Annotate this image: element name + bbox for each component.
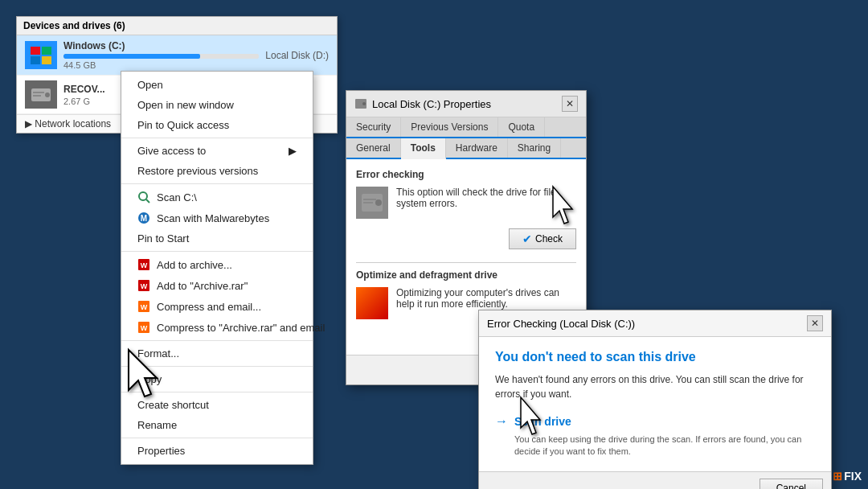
svg-rect-25 bbox=[363, 202, 373, 203]
ctx-give-access[interactable]: Give access to ▶ bbox=[121, 141, 313, 161]
ctx-pin-start[interactable]: Pin to Start bbox=[121, 228, 313, 249]
ctx-copy[interactable]: Copy bbox=[121, 369, 313, 389]
ctx-properties-label: Properties bbox=[137, 445, 185, 457]
tab-general[interactable]: General bbox=[346, 138, 401, 158]
sep6 bbox=[121, 392, 313, 392]
drive-c[interactable]: Windows (C:) 44.5 GB Local Disk (D:) bbox=[17, 35, 337, 76]
svg-rect-1 bbox=[42, 47, 51, 55]
ctx-scan-malware-label: Scan with Malwarebytes bbox=[157, 212, 269, 224]
network-arrow: ▶ bbox=[25, 118, 35, 129]
wm-bracket-left: ⊞ bbox=[833, 470, 842, 483]
ctx-compress-email[interactable]: W Compress and email... bbox=[121, 296, 313, 317]
sep7 bbox=[121, 438, 313, 438]
ctx-properties[interactable]: Properties bbox=[121, 441, 313, 461]
sep5 bbox=[121, 366, 313, 367]
ctx-add-archive[interactable]: W Add to archive... bbox=[121, 254, 313, 275]
scan-drive-label: Scan drive bbox=[514, 415, 571, 428]
tab-security[interactable]: Security bbox=[346, 117, 401, 137]
optimize-desc: Optimizing your computer's drives can he… bbox=[396, 287, 576, 310]
cancel-button[interactable]: Cancel bbox=[760, 479, 823, 489]
scan-drive-subtext: You can keep using the drive during the … bbox=[514, 434, 815, 458]
optimize-title: Optimize and defragment drive bbox=[356, 269, 576, 281]
ctx-open-new[interactable]: Open in new window bbox=[121, 95, 313, 115]
error-check-title: Error checking bbox=[356, 169, 576, 180]
hdd-icon bbox=[30, 85, 52, 105]
svg-rect-7 bbox=[33, 95, 41, 97]
svg-rect-0 bbox=[31, 47, 40, 55]
ctx-rename[interactable]: Rename bbox=[121, 415, 313, 435]
ctx-format[interactable]: Format... bbox=[121, 343, 313, 364]
svg-line-9 bbox=[146, 199, 149, 203]
svg-point-8 bbox=[139, 192, 147, 200]
ctx-open-new-label: Open in new window bbox=[137, 99, 234, 111]
explorer-title: Devices and drives (6) bbox=[23, 20, 125, 31]
drive-c-fill bbox=[63, 54, 200, 59]
ctx-add-archive-rar-label: Add to "Archive.rar" bbox=[157, 280, 248, 292]
malware-icon: M bbox=[137, 212, 150, 224]
windows-logo bbox=[30, 46, 52, 65]
ctx-compress-email-label: Compress and email... bbox=[157, 301, 261, 313]
no-scan-body: We haven't found any errors on this driv… bbox=[495, 372, 815, 401]
drive-c-size: 44.5 GB bbox=[63, 60, 259, 70]
ctx-pin-quick[interactable]: Pin to Quick access bbox=[121, 115, 313, 135]
winrar-icon3: W bbox=[137, 300, 150, 313]
check-btn-icon: ✔ bbox=[522, 232, 532, 245]
properties-close-btn[interactable]: ✕ bbox=[562, 96, 578, 112]
drive-d-label: Local Disk (D:) bbox=[265, 50, 329, 61]
svg-text:W: W bbox=[141, 324, 148, 332]
divider1 bbox=[356, 262, 576, 263]
properties-tabs: Security Previous Versions Quota bbox=[346, 117, 586, 138]
tab-hardware[interactable]: Hardware bbox=[446, 138, 508, 158]
tab-tools[interactable]: Tools bbox=[401, 138, 446, 159]
no-scan-heading: You don't need to scan this drive bbox=[495, 350, 815, 364]
properties-title-left: Local Disk (C:) Properties bbox=[354, 97, 491, 110]
ctx-copy-label: Copy bbox=[137, 373, 162, 385]
svg-point-23 bbox=[375, 199, 382, 206]
winrar-icon4: W bbox=[137, 321, 150, 334]
winrar-icon1: W bbox=[137, 258, 150, 271]
svg-text:W: W bbox=[141, 303, 148, 311]
explorer-title-bar: Devices and drives (6) bbox=[17, 17, 337, 35]
ctx-scan[interactable]: Scan C:\ bbox=[121, 187, 313, 208]
error-check-desc: This option will check the drive for fil… bbox=[396, 187, 576, 209]
cancel-label: Cancel bbox=[776, 483, 806, 489]
check-button[interactable]: ✔ Check bbox=[509, 228, 576, 249]
ctx-rename-label: Rename bbox=[137, 419, 177, 431]
check-btn-label: Check bbox=[535, 233, 563, 244]
ctx-restore[interactable]: Restore previous versions bbox=[121, 161, 313, 181]
ctx-restore-label: Restore previous versions bbox=[137, 165, 258, 177]
tab-prev-versions[interactable]: Previous Versions bbox=[401, 117, 498, 137]
ctx-scan-malware[interactable]: M Scan with Malwarebytes bbox=[121, 208, 313, 228]
error-dialog-title-bar: Error Checking (Local Disk (C:)) ✕ bbox=[479, 310, 831, 337]
ctx-pin-start-label: Pin to Start bbox=[137, 232, 189, 244]
drive-c-icon bbox=[25, 41, 57, 69]
sep4 bbox=[121, 340, 313, 341]
error-dialog-footer: Cancel bbox=[479, 471, 831, 489]
tab-quota[interactable]: Quota bbox=[498, 117, 545, 137]
ctx-compress-rar-email[interactable]: W Compress to "Archive.rar" and email bbox=[121, 317, 313, 338]
error-dialog-body: You don't need to scan this drive We hav… bbox=[479, 337, 831, 471]
scan-icon bbox=[137, 191, 150, 203]
ctx-pin-quick-label: Pin to Quick access bbox=[137, 119, 229, 131]
drive-c-name: Windows (C:) bbox=[63, 40, 259, 51]
error-check-area: This option will check the drive for fil… bbox=[356, 187, 576, 219]
ctx-create-shortcut-label: Create shortcut bbox=[137, 399, 209, 411]
ctx-add-archive-rar[interactable]: W Add to "Archive.rar" bbox=[121, 275, 313, 296]
scan-drive-link[interactable]: → Scan drive bbox=[495, 414, 815, 429]
context-menu: Open Open in new window Pin to Quick acc… bbox=[121, 71, 313, 465]
network-label: Network locations bbox=[35, 118, 111, 129]
svg-text:W: W bbox=[141, 261, 148, 269]
tab-sharing[interactable]: Sharing bbox=[508, 138, 561, 158]
sep2 bbox=[121, 183, 313, 184]
svg-point-21 bbox=[362, 102, 366, 105]
error-dialog-close[interactable]: ✕ bbox=[807, 315, 823, 331]
drive-recovery-icon bbox=[25, 80, 57, 109]
properties-tabs2: General Tools Hardware Sharing bbox=[346, 138, 586, 159]
svg-text:M: M bbox=[141, 214, 147, 223]
properties-title: Local Disk (C:) Properties bbox=[372, 98, 491, 110]
ctx-open[interactable]: Open bbox=[121, 75, 313, 95]
sep3 bbox=[121, 251, 313, 252]
error-dialog-title-text: Error Checking (Local Disk (C:)) bbox=[487, 318, 635, 330]
ctx-create-shortcut[interactable]: Create shortcut bbox=[121, 395, 313, 415]
dialog-drive-icon bbox=[354, 97, 367, 110]
